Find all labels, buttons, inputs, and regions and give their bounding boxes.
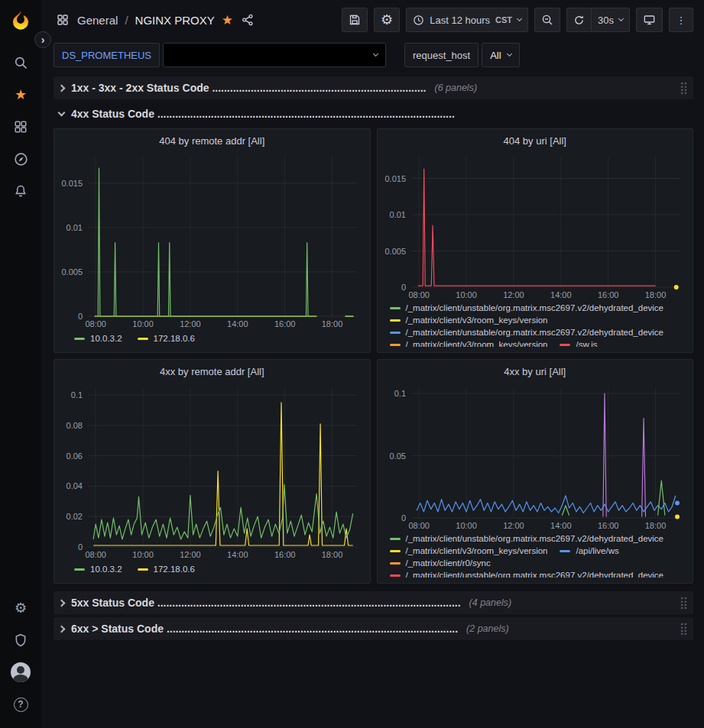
sidebar-item-profile[interactable] [5,657,36,688]
legend-item[interactable]: /_matrix/client/v3/room_keys/version [390,315,548,325]
panel-title[interactable]: 4xx by uri [All] [384,364,687,382]
legend-series-label: 172.18.0.6 [154,334,195,343]
panel-chart[interactable]: 08:0010:0012:0014:0016:0018:0000.0050.01… [60,151,364,330]
dashboard-title[interactable]: NGINX PROXY [135,14,215,27]
search-icon [14,56,28,70]
kebab-icon: ⋮ [676,15,686,26]
grafana-logo[interactable] [5,5,36,36]
legend-item[interactable]: /api/live/ws [560,546,618,555]
svg-text:10:00: 10:00 [132,319,154,328]
clock-icon [413,15,424,26]
refresh-interval-dropdown[interactable]: 30s [591,8,630,32]
legend-item[interactable]: /_matrix/client/v3/room_keys/version [390,546,548,555]
panel-title[interactable]: 404 by uri [All] [384,133,687,151]
star-icon: ★ [15,88,27,102]
drag-handle-icon[interactable]: ⣿ [680,596,688,610]
svg-text:0.01: 0.01 [67,223,83,232]
breadcrumb-folder[interactable]: General [77,14,118,27]
svg-text:0.04: 0.04 [67,481,83,490]
svg-text:16:00: 16:00 [597,290,618,299]
svg-text:0.005: 0.005 [61,267,83,277]
sidebar-item-alerting[interactable] [5,176,36,206]
row-panel-count: (6 panels) [434,83,477,93]
refresh-control: 30s [566,8,630,32]
sidebar-item-server-admin[interactable] [5,625,36,655]
panel-title[interactable]: 4xx by remote addr [All] [60,364,364,382]
legend-item[interactable]: /sw.js [560,340,597,347]
svg-text:08:00: 08:00 [408,290,430,299]
chevron-right-icon: › [41,34,45,45]
sidebar-expand-button[interactable]: › [34,31,51,48]
dashboard-row-1xx-3xx-2xx[interactable]: 1xx - 3xx - 2xx Status Code ............… [54,76,693,99]
panel-legend: /_matrix/client/unstable/org.matrix.msc2… [384,532,687,578]
refresh-button[interactable] [566,8,591,32]
time-range-picker[interactable]: Last 12 hours CST [406,8,528,32]
legend-item[interactable]: 172.18.0.6 [138,334,195,343]
panel-chart[interactable]: 08:0010:0012:0014:0016:0018:0000.020.040… [60,382,364,561]
sidebar-item-dashboards[interactable] [5,112,36,142]
legend-item[interactable]: /_matrix/client/v3/room_keys/version [390,340,548,347]
variable-value-ds-prometheus-dropdown[interactable] [163,43,386,67]
help-icon: ? [14,697,28,712]
chevron-right-icon [58,84,66,92]
legend-series-label: /_matrix/client/unstable/org.matrix.msc2… [406,328,664,337]
svg-text:14:00: 14:00 [227,319,248,328]
variable-label-ds-prometheus[interactable]: DS_PROMETHEUS [54,43,160,67]
legend-series-marker [390,344,401,346]
sidebar-item-starred[interactable]: ★ [5,79,36,110]
panel-chart[interactable]: 08:0010:0012:0014:0016:0018:0000.050.1 [384,382,687,532]
chevron-down-icon [618,16,624,21]
variable-label-request-host[interactable]: request_host [404,43,479,67]
variable-value-request-host-dropdown[interactable]: All [482,43,519,67]
svg-text:0.06: 0.06 [67,451,83,461]
panel-legend: 10.0.3.2172.18.0.6 [60,561,364,578]
zoom-out-button[interactable] [534,8,560,32]
legend-series-marker [138,568,148,571]
panel: 404 by remote addr [All] 08:0010:0012:00… [54,128,371,353]
svg-text:10:00: 10:00 [456,521,477,530]
sidebar-item-explore[interactable] [5,144,36,174]
sidebar-item-configuration[interactable]: ⚙ [5,593,36,623]
legend-item[interactable]: 172.18.0.6 [138,565,195,574]
legend-item[interactable]: /_matrix/client/r0/sync [390,558,491,568]
panel-title[interactable]: 404 by remote addr [All] [60,133,364,151]
sidebar-item-search[interactable] [5,47,36,78]
dashboard-settings-button[interactable]: ⚙ [374,8,400,32]
panel-chart[interactable]: 08:0010:0012:0014:0016:0018:0000.0050.01… [384,151,687,301]
row-title: 5xx Status Code ........................… [71,597,461,609]
legend-item[interactable]: /_matrix/client/unstable/org.matrix.msc2… [390,571,664,578]
tv-mode-button[interactable] [636,8,663,32]
row-title: 1xx - 3xx - 2xx Status Code ............… [71,82,426,94]
legend-series-marker [390,562,401,565]
zoom-out-icon [541,14,553,26]
save-dashboard-button[interactable] [342,8,368,32]
legend-series-marker [74,338,85,340]
dashboard-row-5xx[interactable]: 5xx Status Code ........................… [54,591,693,614]
navbar: General / NGINX PROXY ★ ⚙ [41,0,704,40]
legend-item[interactable]: /_matrix/client/unstable/org.matrix.msc2… [390,328,664,337]
save-icon [349,14,361,26]
kebab-menu-button[interactable]: ⋮ [669,8,693,32]
legend-item[interactable]: 10.0.3.2 [74,334,122,343]
avatar [11,662,31,682]
favorite-star-icon[interactable]: ★ [222,14,233,27]
legend-series-label: /sw.js [576,340,597,347]
legend-item[interactable]: /_matrix/client/unstable/org.matrix.msc2… [390,534,664,543]
svg-text:16:00: 16:00 [597,521,618,530]
row-panel-count: (2 panels) [466,623,509,634]
gear-icon: ⚙ [381,13,393,27]
chevron-down-icon [58,109,66,117]
refresh-interval-label: 30s [598,15,614,26]
share-button[interactable] [240,12,255,28]
legend-item[interactable]: /_matrix/client/unstable/org.matrix.msc2… [390,303,664,312]
dashboard-row-6xx[interactable]: 6xx > Status Code ......................… [54,617,693,640]
svg-text:0.1: 0.1 [394,389,405,398]
dashboard-row-4xx[interactable]: 4xx Status Code ........................… [54,102,693,125]
drag-handle-icon[interactable]: ⣿ [680,81,688,95]
refresh-icon [573,15,585,26]
sidebar-item-help[interactable]: ? [5,689,36,720]
legend-item[interactable]: 10.0.3.2 [74,565,122,574]
svg-text:0.05: 0.05 [389,451,405,461]
svg-text:0.01: 0.01 [389,210,405,219]
drag-handle-icon[interactable]: ⣿ [680,622,688,636]
